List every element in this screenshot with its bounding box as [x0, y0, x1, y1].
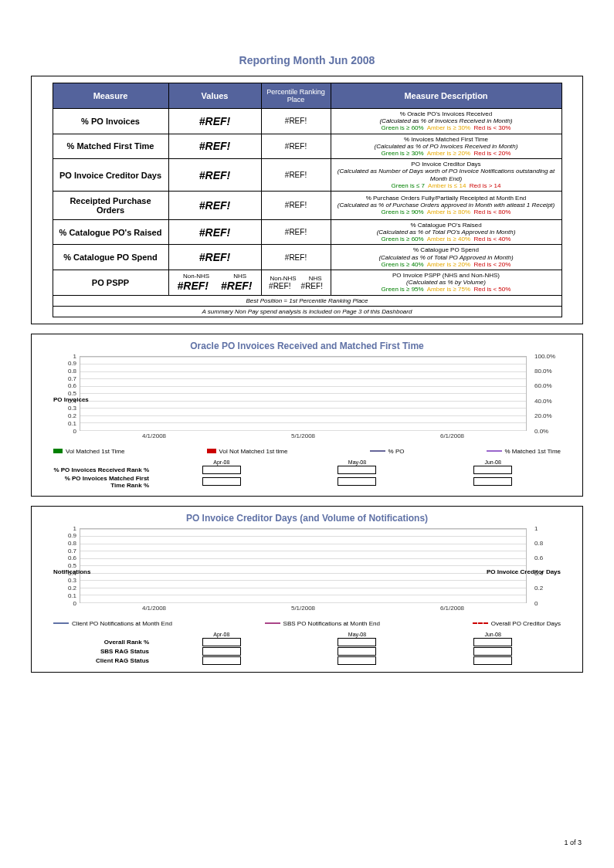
measure-desc: PO Invoice PSPP (NHS and Non-NHS)(Calcul…	[331, 270, 561, 296]
rank-cell	[202, 647, 241, 656]
measure-desc: % Purchase Orders Fully/Partially Receip…	[331, 191, 561, 219]
measures-table: Measure Values Percentile Ranking Place …	[53, 83, 562, 317]
page-title: Reporting Month Jun 2008	[31, 54, 583, 66]
chart1-panel: Oracle PO Invoices Received and Matched …	[31, 334, 583, 497]
chart2-legend: Client PO Notifications at Month EndSBS …	[53, 620, 561, 627]
footnote-1: Best Position = 1st Percentile Ranking P…	[53, 295, 561, 306]
measure-name: % Catalogue PO's Raised	[53, 219, 168, 245]
measure-percentile: #REF!	[261, 219, 331, 245]
measure-percentile: #REF!	[261, 191, 331, 219]
measure-value: #REF!	[168, 245, 261, 270]
measure-percentile: #REF!	[261, 159, 331, 192]
chart2-ylabel-right: PO Invoice Creditor Days	[487, 568, 561, 575]
th-desc: Measure Description	[331, 83, 561, 109]
rank-cell	[338, 466, 376, 474]
rank-cell	[338, 477, 376, 486]
rank-cell	[202, 638, 241, 646]
rank-cell	[473, 477, 512, 486]
chart2-title: PO Invoice Creditor Days (and Volume of …	[38, 513, 576, 524]
measures-panel: Measure Values Percentile Ranking Place …	[31, 76, 583, 324]
page-number: 1 of 3	[564, 839, 582, 846]
measure-percentile: #REF!	[261, 245, 331, 270]
measure-name: % Catalogue PO Spend	[53, 245, 168, 270]
measure-desc: % Oracle PO's Invoices Received(Calculat…	[331, 109, 561, 134]
measure-name: % Matched First Time	[53, 134, 168, 159]
rank-cell	[338, 647, 376, 656]
measure-name: PO Invoice Creditor Days	[53, 159, 168, 192]
rank-cell	[473, 638, 512, 646]
chart1-plot: 10.90.80.70.60.50.40.30.20.10 100.0%80.0…	[53, 356, 561, 445]
footnote-2: A summary Non Pay spend analysis is incl…	[53, 306, 561, 317]
measure-percentile: #REF!	[261, 109, 331, 134]
chart1-ylabel-left: PO Invoices	[53, 396, 89, 403]
measure-value: #REF!	[168, 191, 261, 219]
chart2-rank-table: Apr-08May-08Jun-08Overall Rank %SBS RAG …	[53, 632, 561, 665]
chart1-rank-table: Apr-08May-08Jun-08% PO Invoices Received…	[53, 459, 561, 489]
measure-desc: % Catalogue PO's Raised(Calculated as % …	[331, 219, 561, 245]
th-values: Values	[168, 83, 261, 109]
measure-desc: % Catalogue PO Spend(Calculated as % of …	[331, 245, 561, 270]
measure-value: #REF!	[168, 159, 261, 192]
th-percentile: Percentile Ranking Place	[261, 83, 331, 109]
chart2-plot: 10.90.80.70.60.50.40.30.20.10 10.80.60.4…	[53, 528, 561, 617]
rank-cell	[202, 466, 241, 474]
measure-name: PO PSPP	[53, 270, 168, 296]
measure-desc: PO Invoice Creditor Days(Calculated as N…	[331, 159, 561, 192]
measure-value: #REF!	[168, 109, 261, 134]
rank-cell	[473, 466, 512, 474]
measure-name: Receipted Purchase Orders	[53, 191, 168, 219]
rank-cell	[202, 477, 241, 486]
rank-cell	[338, 656, 376, 665]
rank-cell	[473, 656, 512, 665]
measure-percentile: Non-NHSNHS#REF!#REF!	[261, 270, 331, 296]
rank-cell	[202, 656, 241, 665]
measure-desc: % Invoices Matched First Time(Calculated…	[331, 134, 561, 159]
rank-cell	[338, 638, 376, 646]
measure-value: Non-NHSNHS#REF!#REF!	[168, 270, 261, 296]
measure-value: #REF!	[168, 134, 261, 159]
chart1-title: Oracle PO Invoices Received and Matched …	[38, 341, 576, 351]
measure-percentile: #REF!	[261, 134, 331, 159]
chart2-panel: PO Invoice Creditor Days (and Volume of …	[31, 506, 583, 673]
measure-name: % PO Invoices	[53, 109, 168, 134]
measure-value: #REF!	[168, 219, 261, 245]
chart1-legend: Vol Matched 1st TimeVol Not Matched 1st …	[53, 448, 561, 455]
rank-cell	[473, 647, 512, 656]
th-measure: Measure	[53, 83, 168, 109]
chart2-ylabel-left: Notifications	[53, 568, 90, 575]
